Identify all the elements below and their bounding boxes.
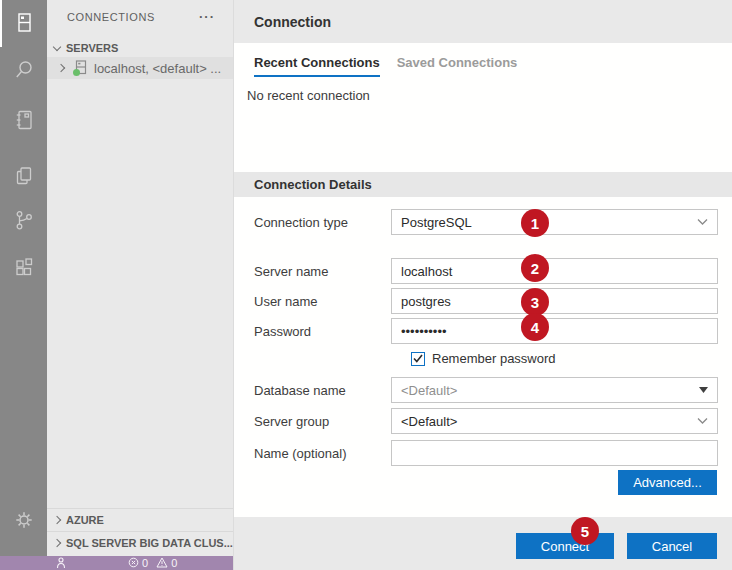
- sidebar-header: CONNECTIONS ···: [47, 0, 233, 33]
- online-status-dot: [73, 69, 80, 76]
- database-name-value: <Default>: [401, 383, 457, 398]
- problems-status[interactable]: 0 0: [128, 557, 177, 570]
- step-badge-1: 1: [521, 209, 549, 237]
- connection-details-title: Connection Details: [254, 177, 372, 192]
- chevron-down-icon: [53, 42, 61, 50]
- dropdown-arrow-icon: [699, 387, 708, 393]
- manage-settings-button[interactable]: [0, 501, 47, 543]
- remember-password-label: Remember password: [432, 351, 556, 366]
- connection-type-label: Connection type: [254, 215, 391, 230]
- sidebar-item-source-control[interactable]: [0, 201, 47, 243]
- extensions-icon: [12, 256, 36, 284]
- server-icon: [74, 60, 88, 76]
- name-optional-input[interactable]: [391, 440, 718, 466]
- password-label: Password: [254, 324, 391, 339]
- tab-recent-connections[interactable]: Recent Connections: [254, 55, 380, 77]
- connection-details-header: Connection Details: [234, 172, 732, 197]
- user-name-label: User name: [254, 294, 391, 309]
- server-item-label: localhost, <default> ...: [94, 61, 221, 76]
- server-name-label: Server name: [254, 264, 391, 279]
- database-name-label: Database name: [254, 383, 391, 398]
- activity-bar: [0, 0, 47, 556]
- app-window: CONNECTIONS ··· SERVERS localhost, <defa…: [0, 0, 732, 570]
- connect-button[interactable]: Connect: [516, 533, 614, 559]
- user-name-input[interactable]: [391, 288, 718, 314]
- chevron-down-icon: [697, 418, 708, 425]
- notebook-icon: [12, 108, 36, 136]
- chevron-down-icon: [697, 219, 708, 226]
- sidebar-item-notebooks[interactable]: [0, 101, 47, 143]
- chevron-right-icon[interactable]: [57, 64, 65, 72]
- settings-gear-icon: [12, 508, 36, 536]
- servers-section-header[interactable]: SERVERS: [47, 37, 233, 59]
- user-name-row: User name: [254, 288, 718, 314]
- account-icon[interactable]: [56, 557, 66, 569]
- database-name-select[interactable]: <Default>: [391, 377, 718, 403]
- connection-type-select[interactable]: PostgreSQL: [391, 209, 718, 235]
- source-control-icon: [12, 208, 36, 236]
- name-optional-label: Name (optional): [254, 446, 391, 461]
- azure-section-label: AZURE: [66, 514, 104, 526]
- password-input[interactable]: [391, 318, 718, 344]
- sidebar-item-extensions[interactable]: [0, 249, 47, 291]
- server-name-row: Server name: [254, 258, 718, 284]
- remember-password-row: Remember password: [411, 351, 556, 366]
- connections-icon: [13, 11, 35, 39]
- azure-section-header[interactable]: AZURE: [47, 508, 233, 530]
- step-badge-4: 4: [521, 313, 549, 341]
- server-name-input[interactable]: [391, 258, 718, 284]
- connections-sidebar: CONNECTIONS ··· SERVERS localhost, <defa…: [47, 0, 233, 556]
- warnings-icon: [156, 557, 168, 570]
- server-tree-item-localhost[interactable]: localhost, <default> ...: [47, 57, 233, 79]
- database-name-row: Database name <Default>: [254, 377, 718, 403]
- server-group-row: Server group <Default>: [254, 408, 718, 434]
- big-data-section-header[interactable]: SQL SERVER BIG DATA CLUS...: [47, 531, 233, 553]
- checkmark-icon: [413, 354, 423, 363]
- connection-tabs: Recent Connections Saved Connections: [254, 55, 517, 77]
- remember-password-checkbox[interactable]: [411, 352, 425, 366]
- server-group-select[interactable]: <Default>: [391, 408, 718, 434]
- step-badge-2: 2: [521, 254, 549, 282]
- connection-type-value: PostgreSQL: [401, 215, 472, 230]
- dialog-header: Connection: [234, 0, 732, 43]
- step-badge-5: 5: [571, 517, 599, 545]
- errors-icon: [128, 557, 139, 570]
- dialog-footer: Connect Cancel: [234, 517, 732, 570]
- sidebar-item-connections[interactable]: [0, 4, 47, 46]
- error-count: 0: [142, 557, 148, 569]
- servers-section-label: SERVERS: [66, 42, 118, 54]
- big-data-section-label: SQL SERVER BIG DATA CLUS...: [66, 537, 233, 549]
- no-recent-connection-message: No recent connection: [247, 88, 370, 103]
- server-group-value: <Default>: [401, 414, 457, 429]
- sidebar-item-search[interactable]: [0, 51, 47, 93]
- more-actions-icon[interactable]: ···: [199, 9, 215, 24]
- step-badge-3: 3: [521, 288, 549, 316]
- status-bar: 0 0: [0, 556, 233, 570]
- connection-dialog: Connection Recent Connections Saved Conn…: [233, 0, 732, 570]
- sidebar-title: CONNECTIONS: [67, 11, 155, 23]
- cancel-button[interactable]: Cancel: [627, 533, 717, 559]
- chevron-right-icon: [53, 538, 61, 546]
- connection-type-row: Connection type PostgreSQL: [254, 209, 718, 235]
- copy-icon: [12, 164, 36, 192]
- advanced-button[interactable]: Advanced...: [618, 470, 717, 495]
- tab-saved-connections[interactable]: Saved Connections: [397, 55, 518, 77]
- server-group-label: Server group: [254, 414, 391, 429]
- dialog-title: Connection: [254, 14, 331, 30]
- warning-count: 0: [171, 557, 177, 569]
- name-optional-row: Name (optional): [254, 440, 718, 466]
- search-icon: [12, 58, 36, 86]
- sidebar-item-explorer[interactable]: [0, 157, 47, 199]
- chevron-right-icon: [53, 515, 61, 523]
- password-row: Password: [254, 318, 718, 344]
